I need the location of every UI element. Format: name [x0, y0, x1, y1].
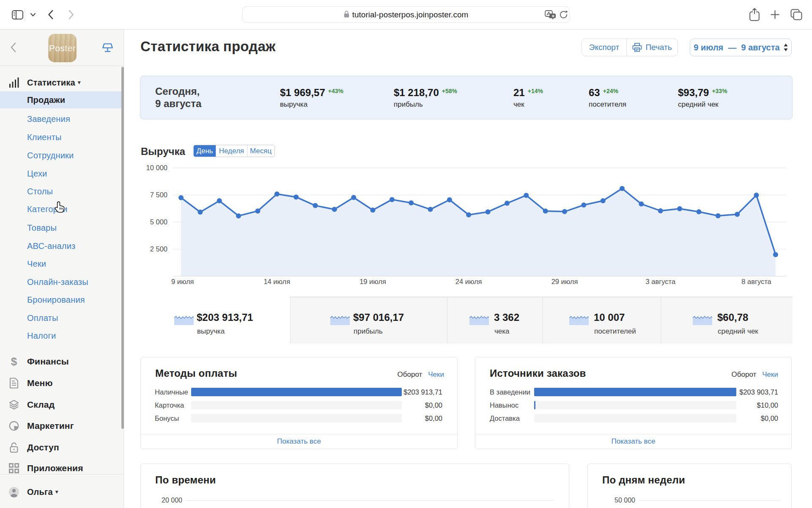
- svg-text:2 500: 2 500: [150, 245, 167, 253]
- svg-text:19 июля: 19 июля: [359, 278, 386, 285]
- svg-text:29 июля: 29 июля: [551, 278, 578, 285]
- svg-text:9 июля: 9 июля: [171, 278, 194, 285]
- svg-text:5 000: 5 000: [150, 218, 167, 226]
- svg-text:3 августа: 3 августа: [646, 278, 676, 285]
- svg-text:7 500: 7 500: [150, 191, 167, 199]
- svg-text:8 августа: 8 августа: [741, 278, 771, 285]
- svg-text:24 июля: 24 июля: [455, 278, 482, 285]
- svg-text:10 000: 10 000: [146, 164, 167, 171]
- svg-text:14 июля: 14 июля: [263, 278, 290, 285]
